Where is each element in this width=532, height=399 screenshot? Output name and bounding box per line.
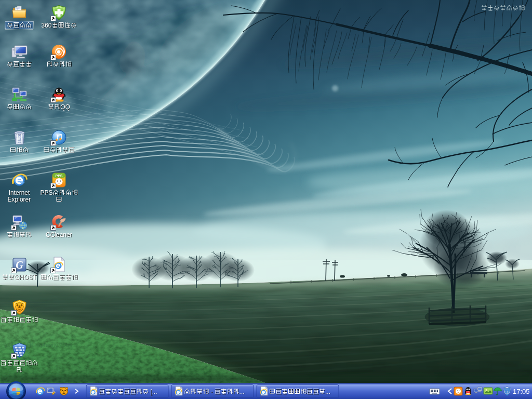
svg-text:Explorer: Explorer bbox=[8, 196, 31, 203]
svg-text:...: ... bbox=[240, 388, 245, 395]
svg-text:[...: [... bbox=[150, 388, 157, 395]
svg-text:CCleaner: CCleaner bbox=[46, 231, 72, 238]
svg-text:360: 360 bbox=[42, 22, 52, 29]
svg-text:...: ... bbox=[325, 388, 330, 395]
svg-text:-: - bbox=[210, 388, 212, 395]
svg-text:QQ: QQ bbox=[60, 103, 70, 111]
svg-text:Internet: Internet bbox=[9, 189, 30, 196]
svg-text:GHOST: GHOST bbox=[15, 274, 37, 281]
svg-text:17:05: 17:05 bbox=[513, 388, 530, 395]
svg-text:PPS: PPS bbox=[41, 189, 53, 196]
